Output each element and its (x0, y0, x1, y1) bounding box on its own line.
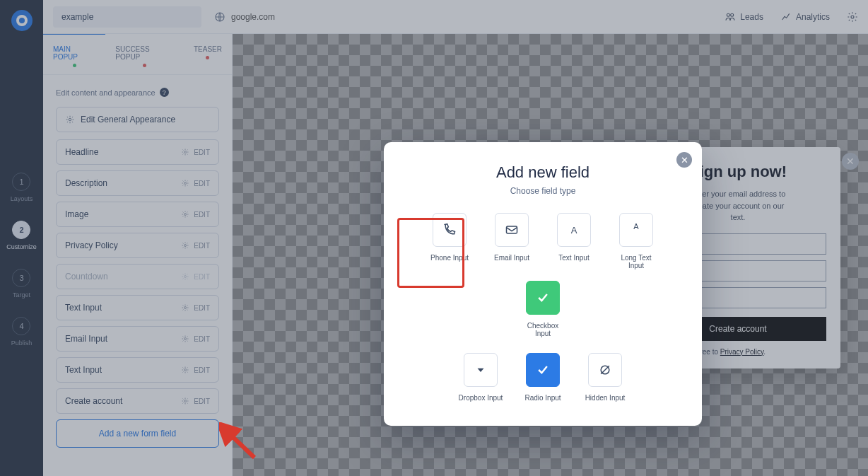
field-type-box (433, 213, 467, 247)
field-type-label: Checkbox Input (519, 322, 567, 337)
mail-icon (505, 223, 519, 237)
field-type-long-text-input[interactable]: ALong Text Input (612, 213, 660, 269)
field-type-email-input[interactable]: Email Input (488, 213, 536, 269)
field-type-box (526, 353, 560, 387)
longtext-icon: A (629, 220, 643, 240)
field-type-label: Radio Input (524, 394, 561, 402)
field-type-box (464, 353, 498, 387)
field-type-label: Dropbox Input (459, 394, 503, 402)
modal-close-button[interactable]: ✕ (676, 152, 692, 168)
field-type-checkbox-input[interactable]: Checkbox Input (519, 281, 567, 337)
modal-title: Add new field (398, 163, 688, 182)
dropdown-icon (474, 364, 487, 376)
text-icon: A (571, 225, 577, 236)
field-types-row1: Phone InputEmail InputAText InputALong T… (398, 213, 688, 337)
add-field-modal: ✕ Add new field Choose field type Phone … (384, 142, 702, 426)
field-types-row2: Dropbox InputRadio InputHidden Input (398, 353, 688, 402)
field-type-box: A (619, 213, 653, 247)
modal-subtitle: Choose field type (398, 186, 688, 196)
field-type-label: Phone Input (430, 254, 469, 262)
svg-rect-14 (507, 226, 517, 233)
field-type-box (588, 353, 622, 387)
field-type-hidden-input[interactable]: Hidden Input (581, 353, 629, 402)
field-type-label: Email Input (494, 254, 529, 262)
hidden-icon (598, 363, 612, 377)
phone-icon (442, 223, 457, 237)
field-type-radio-input[interactable]: Radio Input (519, 353, 567, 402)
field-type-label: Text Input (558, 254, 589, 262)
radio-icon (536, 363, 550, 377)
field-type-box: A (557, 213, 591, 247)
check-icon (536, 291, 550, 305)
field-type-box (495, 213, 529, 247)
field-type-text-input[interactable]: AText Input (550, 213, 598, 269)
field-type-dropbox-input[interactable]: Dropbox Input (457, 353, 505, 402)
field-type-label: Long Text Input (612, 254, 660, 269)
field-type-box (526, 281, 560, 315)
field-type-phone-input[interactable]: Phone Input (426, 213, 474, 269)
field-type-label: Hidden Input (585, 394, 626, 402)
